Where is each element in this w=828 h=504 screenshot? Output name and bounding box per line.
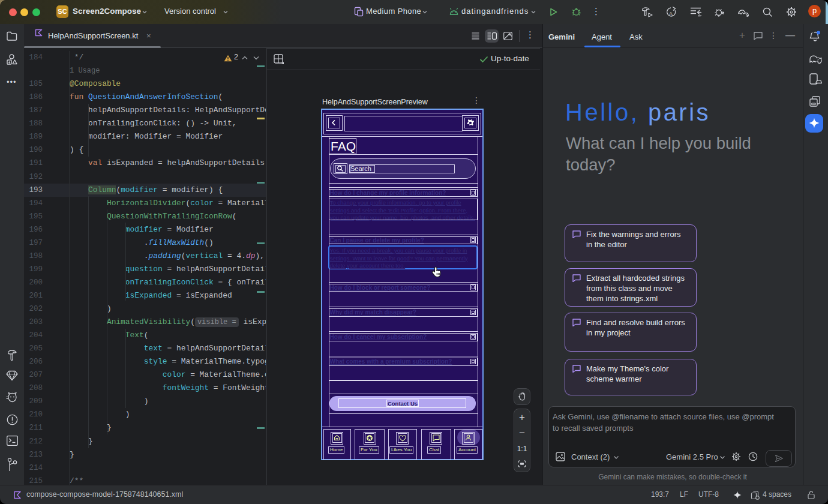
svg-text:A: A [669, 11, 673, 17]
